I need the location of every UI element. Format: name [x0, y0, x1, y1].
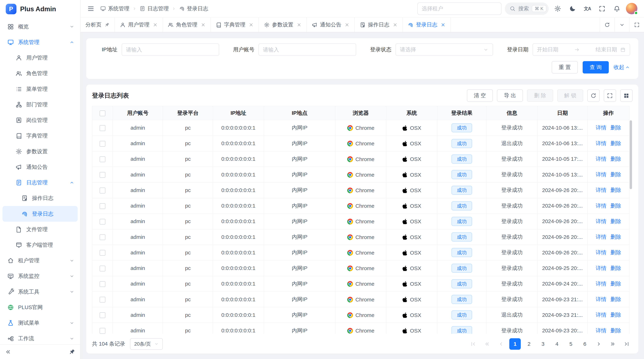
- tab-5[interactable]: 通知公告: [307, 17, 355, 32]
- detail-link[interactable]: 详情: [596, 218, 606, 224]
- dark-mode-toggle[interactable]: [567, 3, 578, 14]
- app-logo[interactable]: P Plus Admin: [0, 0, 80, 18]
- collapse-sidebar-icon[interactable]: [5, 349, 11, 355]
- row-checkbox[interactable]: [100, 125, 105, 131]
- sidebar-item-3[interactable]: 角色管理: [0, 66, 80, 81]
- breadcrumb-item-0[interactable]: 系统管理: [100, 5, 129, 12]
- prev-page-button[interactable]: [495, 338, 507, 350]
- sidebar-item-14[interactable]: 客户端管理: [0, 237, 80, 253]
- tab-2[interactable]: 角色管理: [163, 17, 211, 32]
- row-checkbox[interactable]: [100, 172, 105, 178]
- refresh-list-button[interactable]: [587, 89, 600, 102]
- sidebar-item-17[interactable]: 系统工具: [0, 284, 80, 300]
- page-button-5[interactable]: 5: [565, 338, 576, 350]
- row-checkbox[interactable]: [100, 141, 105, 147]
- global-search[interactable]: 搜索 ⌘ K: [505, 2, 549, 15]
- close-icon[interactable]: [296, 22, 302, 27]
- sidebar-item-15[interactable]: 租户管理: [0, 253, 80, 268]
- row-checkbox[interactable]: [100, 312, 105, 318]
- row-checkbox[interactable]: [100, 219, 105, 225]
- settings-button[interactable]: [552, 3, 564, 14]
- delete-link[interactable]: 删除: [610, 296, 621, 302]
- last-page-button[interactable]: [621, 338, 632, 350]
- tab-1[interactable]: 用户管理: [115, 17, 163, 32]
- delete-button[interactable]: 删 除: [527, 89, 553, 102]
- tenant-select-input[interactable]: [417, 2, 502, 15]
- delete-link[interactable]: 删除: [610, 218, 621, 224]
- tab-options-button[interactable]: [614, 17, 629, 32]
- detail-link[interactable]: 详情: [596, 187, 606, 193]
- tab-7[interactable]: 登录日志: [403, 17, 451, 32]
- delete-link[interactable]: 删除: [610, 187, 621, 193]
- row-checkbox[interactable]: [100, 234, 105, 240]
- refresh-tab-button[interactable]: [600, 17, 614, 32]
- close-icon[interactable]: [201, 22, 206, 27]
- sidebar-item-18[interactable]: PLUS官网: [0, 300, 80, 315]
- query-button[interactable]: 查 询: [583, 61, 608, 73]
- detail-link[interactable]: 详情: [596, 312, 606, 318]
- content-fullscreen-button[interactable]: [629, 17, 644, 32]
- sidebar-item-0[interactable]: 概览: [0, 19, 80, 34]
- hamburger-menu-icon[interactable]: [87, 5, 94, 12]
- sidebar-item-7[interactable]: 字典管理: [0, 128, 80, 144]
- detail-link[interactable]: 详情: [596, 203, 606, 209]
- close-icon[interactable]: [344, 22, 350, 27]
- detail-link[interactable]: 详情: [596, 171, 606, 177]
- sidebar-item-4[interactable]: 菜单管理: [0, 81, 80, 97]
- sidebar-item-8[interactable]: 参数设置: [0, 144, 80, 159]
- close-icon[interactable]: [393, 22, 398, 27]
- page-button-2[interactable]: 2: [523, 338, 535, 350]
- account-filter-input[interactable]: [258, 43, 356, 56]
- first-page-button[interactable]: [468, 338, 479, 350]
- status-filter-select[interactable]: 请选择: [396, 43, 493, 56]
- detail-link[interactable]: 详情: [596, 140, 606, 146]
- detail-link[interactable]: 详情: [596, 265, 606, 271]
- row-checkbox[interactable]: [100, 328, 105, 334]
- clear-button[interactable]: 清 空: [467, 89, 493, 102]
- delete-link[interactable]: 删除: [610, 203, 621, 209]
- delete-link[interactable]: 删除: [610, 281, 621, 287]
- row-checkbox[interactable]: [100, 297, 105, 303]
- sidebar-item-16[interactable]: 系统监控: [0, 268, 80, 284]
- jump-back-button[interactable]: [482, 338, 493, 350]
- unlock-button[interactable]: 解 锁: [557, 89, 583, 102]
- table-fullscreen-button[interactable]: [604, 89, 616, 102]
- next-page-button[interactable]: [593, 338, 604, 350]
- sidebar-item-1[interactable]: 系统管理: [0, 34, 80, 50]
- user-avatar[interactable]: [626, 3, 638, 14]
- row-checkbox[interactable]: [100, 281, 105, 287]
- sidebar-item-11[interactable]: 操作日志: [0, 190, 80, 206]
- sidebar-item-2[interactable]: 用户管理: [0, 50, 80, 66]
- detail-link[interactable]: 详情: [596, 249, 606, 255]
- sidebar-item-19[interactable]: 测试菜单: [0, 315, 80, 331]
- row-checkbox[interactable]: [100, 266, 105, 271]
- row-checkbox[interactable]: [100, 203, 105, 209]
- tab-6[interactable]: 操作日志: [355, 17, 403, 32]
- delete-link[interactable]: 删除: [610, 156, 621, 162]
- detail-link[interactable]: 详情: [596, 156, 606, 162]
- detail-link[interactable]: 详情: [596, 125, 606, 130]
- vertical-scrollbar-thumb[interactable]: [630, 120, 632, 189]
- sidebar-item-6[interactable]: 岗位管理: [0, 112, 80, 128]
- notifications-button[interactable]: [611, 3, 622, 14]
- tab-4[interactable]: 参数设置: [259, 17, 307, 32]
- breadcrumb-item-1[interactable]: 日志管理: [140, 5, 169, 12]
- page-button-6[interactable]: 6: [579, 338, 590, 350]
- sidebar-item-9[interactable]: 通知公告: [0, 159, 80, 175]
- breadcrumb-item-2[interactable]: 登录日志: [179, 5, 208, 12]
- row-checkbox[interactable]: [100, 188, 105, 193]
- detail-link[interactable]: 详情: [596, 281, 606, 287]
- page-size-select[interactable]: 20条/页: [130, 338, 162, 350]
- fullscreen-button[interactable]: [596, 3, 608, 14]
- detail-link[interactable]: 详情: [596, 296, 606, 302]
- close-icon[interactable]: [440, 22, 446, 27]
- row-checkbox[interactable]: [100, 250, 105, 256]
- delete-link[interactable]: 删除: [610, 234, 621, 240]
- sidebar-item-20[interactable]: 工作流: [0, 331, 80, 344]
- sidebar-item-12[interactable]: 登录日志: [2, 206, 78, 222]
- sidebar-item-10[interactable]: 日志管理: [0, 175, 80, 190]
- delete-link[interactable]: 删除: [610, 140, 621, 146]
- delete-link[interactable]: 删除: [610, 125, 621, 130]
- language-toggle[interactable]: 文A: [582, 3, 593, 14]
- sidebar-item-13[interactable]: 文件管理: [0, 222, 80, 237]
